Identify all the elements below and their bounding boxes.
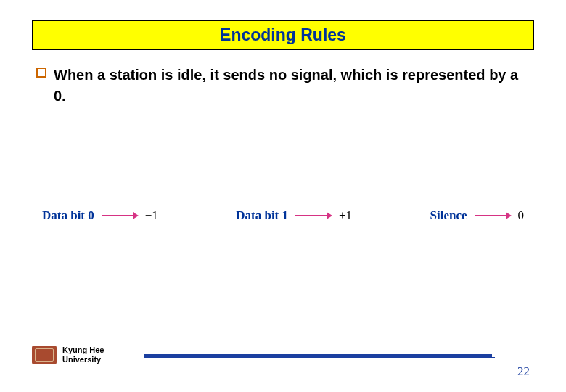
bullet-text: When a station is idle, it sends no sign… [54, 65, 530, 107]
university-line1: Kyung Hee [62, 346, 104, 355]
footer-divider [144, 354, 492, 357]
footer: Kyung Hee University 22 [32, 346, 534, 377]
encoding-item-silence: Silence 0 [430, 208, 525, 223]
square-bullet-icon [36, 68, 46, 78]
encoding-value: 0 [518, 208, 525, 223]
title-bar: Encoding Rules [32, 20, 534, 50]
slide: Encoding Rules When a station is idle, i… [0, 0, 566, 392]
arrow-icon [295, 212, 332, 219]
encoding-label: Silence [430, 208, 467, 223]
slide-body: When a station is idle, it sends no sign… [32, 65, 534, 223]
university-name: Kyung Hee University [62, 346, 104, 364]
encoding-label: Data bit 0 [42, 208, 94, 223]
encoding-row: Data bit 0 −1 Data bit 1 +1 Silence 0 [36, 208, 530, 223]
slide-title: Encoding Rules [220, 25, 346, 44]
arrow-icon [475, 212, 511, 219]
university-line2: University [62, 355, 104, 364]
encoding-item-databit1: Data bit 1 +1 [236, 208, 352, 223]
arrow-icon [102, 212, 138, 219]
encoding-value: −1 [145, 208, 158, 223]
page-number: 22 [517, 364, 530, 379]
encoding-item-databit0: Data bit 0 −1 [42, 208, 158, 223]
university-logo-icon [32, 346, 57, 364]
encoding-value: +1 [339, 208, 352, 223]
bullet-item: When a station is idle, it sends no sign… [36, 65, 530, 107]
encoding-label: Data bit 1 [236, 208, 288, 223]
